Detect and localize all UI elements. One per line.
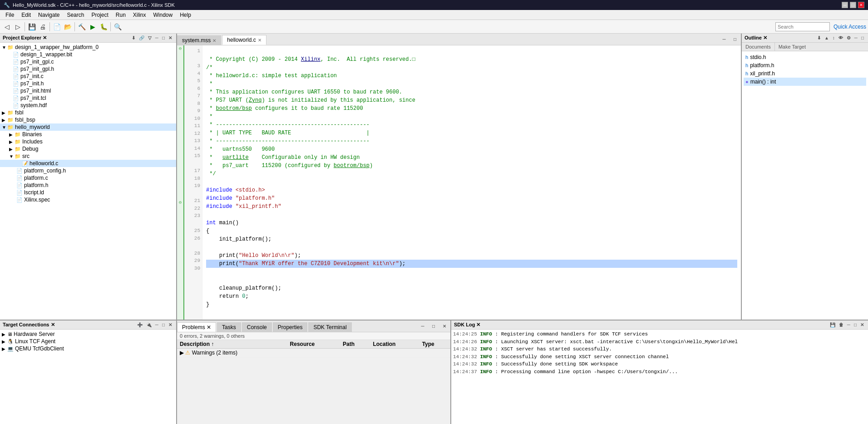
tc-maximize[interactable]: □ [161, 322, 166, 328]
sdk-log-clear[interactable]: 🗑 [838, 322, 845, 328]
toolbar-forward[interactable]: ▷ [13, 22, 23, 32]
tab-helloworld-c[interactable]: helloworld.c ✕ [222, 35, 266, 45]
tree-binaries[interactable]: ▶ 📁 Binaries [0, 131, 176, 138]
editor-minimize[interactable]: ─ [719, 34, 729, 44]
tree-item-gplh[interactable]: 📄 ps7_init_gpl.h [0, 65, 176, 73]
tree-lscript[interactable]: 📄 lscript.ld [0, 189, 176, 196]
close-button[interactable]: ✕ [858, 2, 864, 8]
menu-xilinx[interactable]: Xilinx [129, 11, 150, 19]
tree-root[interactable]: ▼ 📁 design_1_wrapper_hw_platform_0 [0, 44, 176, 51]
minimize-button[interactable]: ─ [842, 2, 848, 8]
sdk-log-close[interactable]: ✕ [859, 322, 865, 328]
tree-item-bit[interactable]: 📄 design_1_wrapper.bit [0, 51, 176, 58]
maximize-panel-btn[interactable]: □ [161, 35, 166, 41]
warnings-expand[interactable]: ▶ [180, 350, 184, 356]
minimize-panel-btn[interactable]: ─ [154, 35, 160, 41]
menu-navigate[interactable]: Navigate [35, 11, 63, 19]
toolbar-run[interactable]: ▶ [88, 22, 98, 32]
root-arrow[interactable]: ▼ [2, 45, 7, 50]
gutter-collapse-1[interactable]: ⊖ [177, 45, 183, 52]
toolbar-back[interactable]: ◁ [2, 22, 12, 32]
tree-hello[interactable]: ▼ 📁 hello_myworld [0, 123, 176, 131]
tree-item-inith[interactable]: 📄 ps7_init.h [0, 80, 176, 87]
tab-system-mss-close[interactable]: ✕ [212, 38, 216, 43]
warnings-row[interactable]: ▶ ⚠ Warnings (2 items) [177, 349, 450, 357]
toolbar-new[interactable]: 📄 [52, 22, 62, 32]
fsblbsp-arrow[interactable]: ▶ [2, 118, 7, 123]
outline-hide[interactable]: 👁 [837, 35, 844, 41]
collapse-all-btn[interactable]: ⬇ [130, 35, 137, 41]
outline-filter[interactable]: ▲ [823, 35, 830, 41]
tc-hardware-server[interactable]: ▶ 🖥 Hardware Server [0, 330, 176, 338]
sdk-log-maximize[interactable]: □ [853, 322, 858, 328]
toolbar-print[interactable]: 🖨 [38, 22, 48, 32]
link-editor-btn[interactable]: 🔗 [138, 35, 146, 41]
menu-edit[interactable]: Edit [18, 11, 35, 19]
menu-window[interactable]: Window [150, 11, 177, 19]
menu-run[interactable]: Run [112, 11, 129, 19]
maximize-button[interactable]: □ [850, 2, 856, 8]
title-bar-controls[interactable]: ─ □ ✕ [842, 2, 864, 8]
outline-maximize[interactable]: □ [860, 35, 865, 41]
tc-qemu[interactable]: ▶ 💻 QEMU TcfGdbClient [0, 345, 176, 352]
tree-xilinx-spec[interactable]: 📄 Xilinx.spec [0, 196, 176, 203]
fsbl-arrow[interactable]: ▶ [2, 110, 7, 115]
tree-platform-config[interactable]: 📄 platform_config.h [0, 167, 176, 174]
tab-properties[interactable]: Properties [273, 322, 308, 332]
toolbar-build[interactable]: 🔨 [77, 22, 87, 32]
code-area[interactable]: * Copyright (C) 2009 - 2014 Xilinx, Inc.… [202, 45, 741, 320]
bottom-minimize-btn[interactable]: ─ [418, 321, 428, 331]
bottom-close-btn[interactable]: ✕ [439, 321, 449, 331]
filter-btn[interactable]: ▽ [147, 35, 153, 41]
bottom-maximize-btn[interactable]: □ [429, 321, 439, 331]
outline-collapse[interactable]: ⬇ [816, 35, 822, 41]
outline-stdio[interactable]: h stdio.h [744, 53, 866, 61]
outline-minimize[interactable]: ─ [853, 35, 859, 41]
tab-helloworld-close[interactable]: ✕ [258, 38, 261, 43]
gutter-collapse-2[interactable]: ⊖ [177, 199, 183, 206]
tree-platform-c[interactable]: 📄 platform.c [0, 174, 176, 182]
toolbar-search[interactable]: 🔍 [113, 22, 123, 32]
outline-sort[interactable]: ↕ [831, 35, 836, 41]
outline-settings[interactable]: ⚙ [845, 35, 852, 41]
outline-xil-printf[interactable]: h xil_printf.h [744, 69, 866, 78]
qemu-arrow[interactable]: ▶ [2, 346, 7, 351]
tc-minimize[interactable]: ─ [154, 322, 160, 328]
tree-item-gplc[interactable]: 📄 ps7_init_gpl.c [0, 58, 176, 65]
tc-add[interactable]: ➕ [136, 322, 144, 328]
menu-search[interactable]: Search [63, 11, 88, 19]
tree-item-initc[interactable]: 📄 ps7_init.c [0, 73, 176, 80]
toolbar-save[interactable]: 💾 [27, 22, 37, 32]
tree-item-hdf[interactable]: 📄 system.hdf [0, 102, 176, 109]
tc-connect[interactable]: 🔌 [145, 322, 153, 328]
menu-project[interactable]: Project [88, 11, 112, 19]
tree-debug[interactable]: ▶ 📁 Debug [0, 145, 176, 153]
make-target-tab[interactable]: Make Target [775, 43, 809, 51]
tree-src[interactable]: ▼ 📁 src [0, 153, 176, 160]
tree-platform-h[interactable]: 📄 platform.h [0, 182, 176, 189]
outline-main[interactable]: ● main() : int [744, 78, 866, 86]
linux-tcf-arrow[interactable]: ▶ [2, 339, 7, 344]
tc-close[interactable]: ✕ [167, 322, 173, 328]
tree-fsbl-bsp[interactable]: ▶ 📁 fsbl_bsp [0, 116, 176, 123]
tab-tasks[interactable]: Tasks [217, 322, 241, 332]
tab-problems[interactable]: Problems ✕ [177, 322, 216, 332]
editor-maximize[interactable]: □ [730, 34, 740, 44]
tab-system-mss[interactable]: system.mss ✕ [177, 35, 221, 45]
menu-file[interactable]: File [2, 11, 18, 19]
debug-arrow[interactable]: ▶ [9, 147, 15, 152]
toolbar-debug[interactable]: 🐛 [99, 22, 108, 32]
src-arrow[interactable]: ▼ [9, 154, 15, 159]
menu-help[interactable]: Help [176, 11, 195, 19]
editor-content[interactable]: ⊖ [177, 45, 741, 320]
tree-item-inittcl[interactable]: 📄 ps7_init.tcl [0, 94, 176, 102]
outline-platform[interactable]: h platform.h [744, 61, 866, 69]
includes-arrow[interactable]: ▶ [9, 139, 15, 144]
tab-console[interactable]: Console [242, 322, 272, 332]
tab-sdk-terminal[interactable]: SDK Terminal [308, 322, 351, 332]
hw-server-arrow[interactable]: ▶ [2, 332, 7, 337]
quick-access-label[interactable]: Quick Access [833, 24, 866, 30]
tree-fsbl[interactable]: ▶ 📁 fsbl [0, 109, 176, 116]
tree-helloworld-c[interactable]: 📝 helloworld.c [0, 160, 176, 167]
tree-item-inithtml[interactable]: 📄 ps7_init.html [0, 87, 176, 94]
